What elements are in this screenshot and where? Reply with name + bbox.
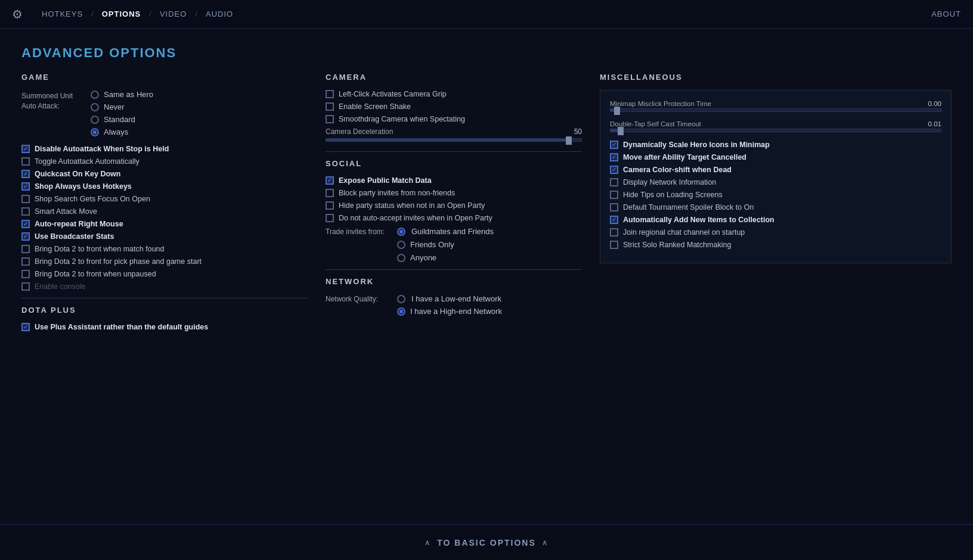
nav-audio[interactable]: AUDIO bbox=[197, 10, 241, 18]
radio-anyone-label: Anyone bbox=[410, 253, 436, 262]
radio-same-as-hero-btn[interactable] bbox=[91, 91, 99, 99]
radio-low-network-label: I have a Low-end Network bbox=[411, 294, 501, 303]
radio-standard[interactable]: Standard bbox=[91, 115, 153, 124]
radio-standard-btn[interactable] bbox=[91, 116, 99, 124]
radio-friends-btn[interactable] bbox=[397, 241, 405, 249]
cb-auto-add-items[interactable]: Automatically Add New Items to Collectio… bbox=[610, 216, 941, 224]
cb-smart-attack-box[interactable] bbox=[21, 207, 30, 216]
cb-left-click-camera[interactable]: Left-Click Activates Camera Grip bbox=[326, 90, 582, 98]
cb-hide-tips[interactable]: Hide Tips on Loading Screens bbox=[610, 191, 941, 199]
cb-hide-party[interactable]: Hide party status when not in an Open Pa… bbox=[326, 201, 582, 210]
cb-broadcaster-box[interactable] bbox=[21, 232, 30, 241]
cb-no-auto-accept-box[interactable] bbox=[326, 214, 334, 222]
trade-invites-label: Trade invites from: bbox=[326, 228, 391, 236]
camera-column: CAMERA Left-Click Activates Camera Grip … bbox=[326, 73, 582, 524]
minimap-slider[interactable] bbox=[610, 108, 941, 112]
radio-always[interactable]: Always bbox=[91, 127, 153, 136]
cb-display-network[interactable]: Display Network Information bbox=[610, 178, 941, 186]
cb-left-click-camera-box[interactable] bbox=[326, 90, 334, 98]
cb-display-network-box[interactable] bbox=[610, 178, 618, 186]
cb-block-party[interactable]: Block party invites from non-friends bbox=[326, 189, 582, 197]
radio-anyone-btn[interactable] bbox=[397, 254, 405, 262]
cb-move-after-box[interactable] bbox=[610, 153, 618, 161]
network-high-end-row: I have a High-end Network bbox=[326, 307, 582, 316]
cb-hide-tips-label: Hide Tips on Loading Screens bbox=[623, 191, 723, 199]
cb-disable-autoattack-box[interactable] bbox=[21, 145, 30, 153]
camera-decel-thumb[interactable] bbox=[566, 136, 572, 145]
radio-low-network-btn[interactable] bbox=[397, 295, 405, 303]
cb-shop-search-box[interactable] bbox=[21, 195, 30, 203]
cb-auto-add-items-box[interactable] bbox=[610, 216, 618, 224]
cb-broadcaster-label: Use Broadcaster Stats bbox=[35, 232, 114, 241]
cb-quickcast[interactable]: Quickcast On Key Down bbox=[21, 170, 308, 178]
main-content: ADVANCED OPTIONS GAME Summoned UnitAuto … bbox=[0, 29, 973, 524]
cb-dyn-scale[interactable]: Dynamically Scale Hero Icons in Minimap bbox=[610, 141, 941, 149]
cb-shop-search[interactable]: Shop Search Gets Focus On Open bbox=[21, 195, 308, 203]
cb-smoothdrag-box[interactable] bbox=[326, 115, 334, 123]
cb-autorepeat[interactable]: Auto-repeat Right Mouse bbox=[21, 220, 308, 228]
misc-column: MISCELLANEOUS Minimap Misclick Protectio… bbox=[600, 73, 952, 524]
cb-front-pick-box[interactable] bbox=[21, 257, 30, 266]
cb-hide-tips-box[interactable] bbox=[610, 191, 618, 199]
cb-tournament-spoiler-box[interactable] bbox=[610, 203, 618, 211]
minimap-slider-label-row: Minimap Misclick Protection Time 0.00 bbox=[610, 100, 941, 107]
cb-toggle-autoattack[interactable]: Toggle Autoattack Automatically bbox=[21, 157, 308, 166]
cb-autorepeat-box[interactable] bbox=[21, 220, 30, 228]
radio-high-network-btn[interactable] bbox=[397, 307, 405, 316]
cb-shop-hotkeys[interactable]: Shop Always Uses Hotkeys bbox=[21, 182, 308, 191]
cb-regional-chat-box[interactable] bbox=[610, 228, 618, 237]
cb-camera-color[interactable]: Camera Color-shift when Dead bbox=[610, 166, 941, 174]
cb-screen-shake[interactable]: Enable Screen Shake bbox=[326, 102, 582, 111]
radio-guildmates-btn[interactable] bbox=[397, 228, 405, 236]
cb-no-auto-accept[interactable]: Do not auto-accept invites when in Open … bbox=[326, 214, 582, 222]
radio-friends-only[interactable]: Friends Only bbox=[397, 240, 582, 249]
cb-expose-public-box[interactable] bbox=[326, 176, 334, 185]
cb-camera-color-box[interactable] bbox=[610, 166, 618, 174]
minimap-thumb[interactable] bbox=[614, 107, 620, 115]
cb-front-unpause-box[interactable] bbox=[21, 270, 30, 278]
radio-same-as-hero[interactable]: Same as Hero bbox=[91, 90, 153, 99]
cb-move-after[interactable]: Move after Ability Target Cancelled bbox=[610, 153, 941, 161]
nav-hotkeys[interactable]: HOTKEYS bbox=[33, 10, 91, 18]
minimap-label: Minimap Misclick Protection Time bbox=[610, 100, 711, 107]
cb-regional-chat[interactable]: Join regional chat channel on startup bbox=[610, 228, 941, 237]
cb-disable-autoattack-label: Disable Autoattack When Stop is Held bbox=[35, 145, 169, 153]
cb-dyn-scale-box[interactable] bbox=[610, 141, 618, 149]
radio-anyone[interactable]: Anyone bbox=[397, 253, 582, 262]
cb-toggle-autoattack-box[interactable] bbox=[21, 157, 30, 166]
cb-expose-public[interactable]: Expose Public Match Data bbox=[326, 176, 582, 185]
cb-front-match[interactable]: Bring Dota 2 to front when match found bbox=[21, 245, 308, 253]
camera-decel-slider[interactable] bbox=[326, 138, 582, 142]
radio-always-btn[interactable] bbox=[91, 128, 99, 136]
doubletap-thumb[interactable] bbox=[618, 127, 624, 135]
cb-display-network-label: Display Network Information bbox=[623, 178, 716, 186]
cb-screen-shake-box[interactable] bbox=[326, 102, 334, 111]
to-basic-options-button[interactable]: ∧ TO BASIC OPTIONS ∧ bbox=[424, 538, 549, 547]
cb-front-pick[interactable]: Bring Dota 2 to front for pick phase and… bbox=[21, 257, 308, 266]
radio-never-btn[interactable] bbox=[91, 103, 99, 111]
cb-smoothdrag[interactable]: Smoothdrag Camera when Spectating bbox=[326, 115, 582, 123]
cb-enable-console[interactable]: Enable console bbox=[21, 282, 308, 291]
cb-broadcaster[interactable]: Use Broadcaster Stats bbox=[21, 232, 308, 241]
cb-strict-solo-box[interactable] bbox=[610, 241, 618, 249]
cb-front-match-box[interactable] bbox=[21, 245, 30, 253]
cb-quickcast-box[interactable] bbox=[21, 170, 30, 178]
nav-about[interactable]: ABOUT bbox=[931, 10, 961, 18]
cb-disable-autoattack[interactable]: Disable Autoattack When Stop is Held bbox=[21, 145, 308, 153]
nav-video[interactable]: VIDEO bbox=[151, 10, 195, 18]
cb-smart-attack[interactable]: Smart Attack Move bbox=[21, 207, 308, 216]
cb-front-unpause[interactable]: Bring Dota 2 to front when unpaused bbox=[21, 270, 308, 278]
cb-hide-party-box[interactable] bbox=[326, 201, 334, 210]
cb-strict-solo[interactable]: Strict Solo Ranked Matchmaking bbox=[610, 241, 941, 249]
doubletap-slider[interactable] bbox=[610, 129, 941, 132]
cb-tournament-spoiler[interactable]: Default Tournament Spoiler Block to On bbox=[610, 203, 941, 211]
cb-enable-console-box[interactable] bbox=[21, 282, 30, 291]
cb-shop-hotkeys-box[interactable] bbox=[21, 182, 30, 191]
cb-plus-assistant[interactable]: Use Plus Assistant rather than the defau… bbox=[21, 323, 308, 331]
cb-block-party-box[interactable] bbox=[326, 189, 334, 197]
nav-options[interactable]: OPTIONS bbox=[94, 10, 150, 18]
radio-never[interactable]: Never bbox=[91, 102, 153, 111]
radio-high-network[interactable]: I have a High-end Network bbox=[397, 307, 582, 316]
cb-plus-assistant-box[interactable] bbox=[21, 323, 30, 331]
doubletap-slider-label-row: Double-Tap Self Cast Timeout 0.01 bbox=[610, 120, 941, 127]
